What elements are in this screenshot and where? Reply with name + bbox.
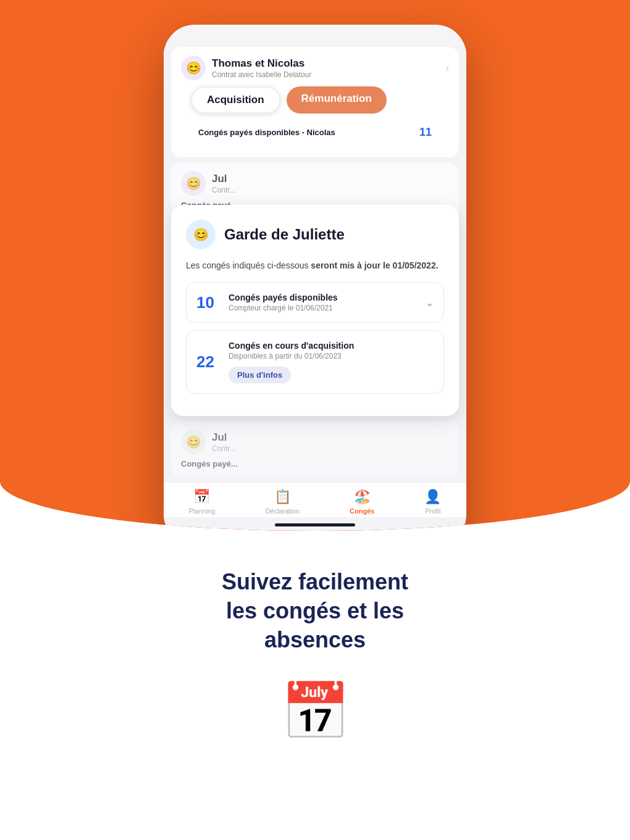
planning-icon: 📅 <box>193 489 210 505</box>
overlay-title: Garde de Juliette <box>224 226 345 243</box>
contract-name-2: Jul <box>212 173 236 185</box>
declaration-icon: 📋 <box>274 489 291 505</box>
conges-disponibles-title: Congés payés disponibles <box>229 293 338 302</box>
overlay-header: 😊 Garde de Juliette <box>186 220 444 249</box>
profil-icon: 👤 <box>424 489 441 505</box>
conges-disponibles-sub: Compteur chargé le 01/06/2021 <box>229 304 338 312</box>
conges-icon: 🏖️ <box>354 489 371 505</box>
overlay-subtitle: Les congés indiqués ci-dessous seront mi… <box>186 259 444 272</box>
overlay-card: 😊 Garde de Juliette Les congés indiqués … <box>171 205 459 416</box>
contract-card-3[interactable]: 😊 Jul Contr... Congés payé... <box>171 421 459 477</box>
nav-item-planning[interactable]: 📅 Planning <box>189 489 216 515</box>
conges-acquisition-title: Congés en cours d'acquisition <box>229 341 354 351</box>
nav-label-planning: Planning <box>189 507 216 515</box>
bottom-title: Suivez facilementles congés et lesabsenc… <box>25 568 605 654</box>
conges-acquisition-box[interactable]: 22 Congés en cours d'acquisition Disponi… <box>186 330 444 394</box>
conges-nicolas-label: Congés payés disponibles - Nicolas <box>198 128 335 137</box>
nav-label-declaration: Déclaration <box>265 507 300 515</box>
avatar-jul2: 😊 <box>181 171 206 196</box>
top-section: 😊 Thomas et Nicolas Contrat avec Isabell… <box>0 0 630 531</box>
conges-nicolas-row: Congés payés disponibles - Nicolas 11 <box>188 120 442 145</box>
nav-label-conges: Congés <box>350 507 374 515</box>
tab-acquisition[interactable]: Acquisition <box>191 86 280 114</box>
phone-content: 😊 Thomas et Nicolas Contrat avec Isabell… <box>164 47 466 526</box>
conges-acquisition-number: 22 <box>196 352 219 372</box>
phone-mockup: 😊 Thomas et Nicolas Contrat avec Isabell… <box>164 25 466 531</box>
bottom-nav: 📅 Planning 📋 Déclaration 🏖️ Congés 👤 Pro… <box>164 482 466 517</box>
nav-item-declaration[interactable]: 📋 Déclaration <box>265 489 300 515</box>
nav-label-profil: Profil <box>425 507 440 515</box>
conges-disponibles-number: 10 <box>196 293 219 312</box>
nav-item-conges[interactable]: 🏖️ Congés <box>350 489 374 515</box>
conges-label-3: Congés payé... <box>181 459 449 468</box>
conges-acquisition-sub: Disponibles à partir du 01/06/2023 <box>229 352 354 360</box>
contract-sub-3: Contr... <box>212 444 236 453</box>
contract-sub-2: Contr... <box>212 186 236 194</box>
nav-item-profil[interactable]: 👤 Profil <box>424 489 441 515</box>
chevron-right-icon-1: › <box>445 62 449 75</box>
home-indicator <box>275 523 355 526</box>
contract-name-3: Jul <box>212 431 236 444</box>
conges-disponibles-box[interactable]: 10 Congés payés disponibles Compteur cha… <box>186 282 444 323</box>
tab-remuneration[interactable]: Rémunération <box>287 86 387 114</box>
contract-card-1[interactable]: 😊 Thomas et Nicolas Contrat avec Isabell… <box>171 47 459 157</box>
tabs-row: Acquisition Rémunération <box>191 86 439 114</box>
chevron-down-icon: ⌄ <box>426 297 434 309</box>
calendar-emoji: 📅 <box>25 679 605 744</box>
bottom-section: Suivez facilementles congés et lesabsenc… <box>0 531 630 768</box>
contract-name-1: Thomas et Nicolas <box>212 57 311 70</box>
phone-notch <box>278 25 352 42</box>
avatar-thomas: 😊 <box>181 56 206 80</box>
avatar-jul3: 😊 <box>181 430 206 454</box>
plus-infos-button[interactable]: Plus d'infos <box>229 367 291 383</box>
avatar-juliette: 😊 <box>186 220 216 249</box>
conges-nicolas-value: 11 <box>419 126 432 139</box>
contract-sub-1: Contrat avec Isabelle Delatour <box>212 70 311 79</box>
